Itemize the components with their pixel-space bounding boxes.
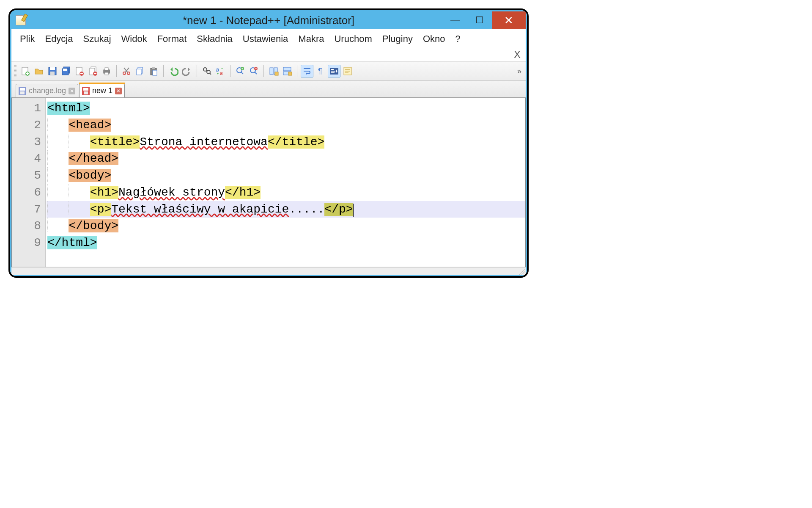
svg-rect-19 bbox=[137, 69, 141, 75]
svg-rect-3 bbox=[50, 67, 55, 70]
code-line[interactable]: </head> bbox=[47, 150, 525, 167]
menu-składnia[interactable]: Składnia bbox=[192, 31, 237, 47]
titlebar[interactable]: *new 1 - Notepad++ [Administrator] — ☐ ✕ bbox=[11, 11, 526, 29]
menu-szukaj[interactable]: Szukaj bbox=[78, 31, 116, 47]
print-button[interactable] bbox=[100, 65, 113, 77]
minimize-button[interactable]: — bbox=[443, 11, 467, 29]
save-all-button[interactable] bbox=[60, 65, 72, 77]
zoom-in-button[interactable] bbox=[234, 65, 247, 77]
svg-rect-41 bbox=[20, 88, 25, 91]
close-file-button[interactable] bbox=[73, 65, 86, 77]
toolbar-gripper bbox=[14, 65, 16, 77]
line-number: 8 bbox=[20, 218, 41, 235]
menu-makra[interactable]: Makra bbox=[293, 31, 329, 47]
close-button[interactable]: ✕ bbox=[492, 11, 526, 29]
code-line[interactable]: <h1>Nagłówek strony</h1> bbox=[47, 184, 525, 201]
menu-?[interactable]: ? bbox=[450, 31, 465, 47]
close-doc-x[interactable]: X bbox=[514, 49, 521, 61]
app-window: *new 1 - Notepad++ [Administrator] — ☐ ✕… bbox=[8, 8, 529, 278]
line-number: 2 bbox=[20, 117, 41, 134]
tabbar: change.log✕new 1✕ bbox=[11, 81, 526, 98]
find-button[interactable] bbox=[200, 65, 213, 77]
copy-button[interactable] bbox=[134, 65, 146, 77]
line-number: 6 bbox=[20, 184, 41, 201]
svg-rect-22 bbox=[153, 70, 157, 75]
code-area[interactable]: <html> <head> <title>Strona internetowa<… bbox=[46, 98, 525, 267]
tab-change.log[interactable]: change.log✕ bbox=[16, 84, 78, 97]
toolbar-separator bbox=[197, 65, 197, 77]
disk-icon bbox=[82, 87, 90, 95]
tab-new-1[interactable]: new 1✕ bbox=[79, 84, 125, 97]
menu-ustawienia[interactable]: Ustawienia bbox=[238, 31, 294, 47]
menu-plik[interactable]: Plik bbox=[15, 31, 40, 47]
app-icon bbox=[16, 15, 26, 25]
code-line[interactable]: </body> bbox=[47, 218, 525, 235]
undo-button[interactable] bbox=[167, 65, 180, 77]
toolbar-separator bbox=[163, 65, 164, 77]
cut-button[interactable] bbox=[120, 65, 133, 77]
maximize-button[interactable]: ☐ bbox=[467, 11, 492, 29]
svg-text:b: b bbox=[216, 67, 219, 73]
svg-rect-21 bbox=[152, 67, 155, 69]
svg-text:¶: ¶ bbox=[318, 67, 322, 75]
svg-point-23 bbox=[203, 68, 207, 71]
function-list-button[interactable] bbox=[341, 65, 354, 77]
indent-guide-button[interactable] bbox=[328, 65, 340, 77]
svg-rect-45 bbox=[84, 91, 88, 94]
svg-rect-14 bbox=[105, 68, 108, 70]
tab-label: change.log bbox=[29, 86, 66, 95]
show-all-button[interactable]: ¶ bbox=[314, 65, 327, 77]
paste-button[interactable] bbox=[147, 65, 160, 77]
code-line[interactable]: <body> bbox=[47, 167, 525, 184]
toolbar-overflow[interactable]: » bbox=[517, 67, 523, 76]
menu-widok[interactable]: Widok bbox=[116, 31, 152, 47]
sync-v-button[interactable] bbox=[267, 65, 280, 77]
code-line[interactable]: </html> bbox=[47, 235, 525, 251]
save-button[interactable] bbox=[46, 65, 59, 77]
code-line[interactable]: <title>Strona internetowa</title> bbox=[47, 134, 525, 151]
open-file-button[interactable] bbox=[33, 65, 45, 77]
menu-okno[interactable]: Okno bbox=[418, 31, 450, 47]
code-line[interactable]: <head> bbox=[47, 117, 525, 134]
disk-icon bbox=[19, 87, 26, 95]
redo-button[interactable] bbox=[181, 65, 193, 77]
tab-close-icon[interactable]: ✕ bbox=[69, 88, 75, 94]
sync-h-button[interactable] bbox=[281, 65, 294, 77]
svg-rect-33 bbox=[275, 72, 278, 75]
svg-rect-7 bbox=[63, 69, 67, 71]
tab-label: new 1 bbox=[92, 86, 112, 95]
tab-close-icon[interactable]: ✕ bbox=[115, 88, 122, 94]
svg-text:a: a bbox=[220, 70, 223, 76]
line-number: 3 bbox=[20, 134, 41, 151]
svg-rect-15 bbox=[105, 72, 108, 75]
line-number: 5 bbox=[20, 167, 41, 184]
text-caret bbox=[353, 204, 354, 217]
code-line[interactable]: <html> bbox=[47, 100, 525, 117]
toolbar-separator bbox=[297, 65, 297, 77]
find-replace-button[interactable]: ba bbox=[214, 65, 227, 77]
line-number: 4 bbox=[20, 150, 41, 167]
svg-point-24 bbox=[207, 70, 210, 74]
resize-grip[interactable] bbox=[519, 269, 525, 275]
code-line[interactable]: <p>Tekst właściwy w akapicie.....</p> bbox=[47, 201, 525, 218]
line-number: 1 bbox=[20, 100, 41, 117]
wrap-button[interactable] bbox=[301, 65, 313, 77]
statusbar bbox=[11, 267, 526, 275]
svg-rect-34 bbox=[283, 67, 291, 71]
editor[interactable]: 123456789 <html> <head> <title>Strona in… bbox=[11, 98, 526, 267]
svg-rect-44 bbox=[83, 88, 88, 91]
toolbar: ba¶» bbox=[11, 61, 526, 81]
new-file-button[interactable] bbox=[19, 65, 32, 77]
svg-rect-4 bbox=[50, 72, 55, 75]
menu-pluginy[interactable]: Pluginy bbox=[377, 31, 418, 47]
close-all-button[interactable] bbox=[87, 65, 99, 77]
menu-format[interactable]: Format bbox=[152, 31, 192, 47]
line-gutter: 123456789 bbox=[12, 98, 46, 267]
menu-uruchom[interactable]: Uruchom bbox=[329, 31, 377, 47]
svg-rect-31 bbox=[270, 68, 273, 75]
menubar: PlikEdycjaSzukajWidokFormatSkładniaUstaw… bbox=[11, 29, 526, 49]
menu-edycja[interactable]: Edycja bbox=[40, 31, 78, 47]
zoom-out-button[interactable] bbox=[247, 65, 260, 77]
line-number: 9 bbox=[20, 235, 41, 251]
toolbar-separator bbox=[263, 65, 264, 77]
